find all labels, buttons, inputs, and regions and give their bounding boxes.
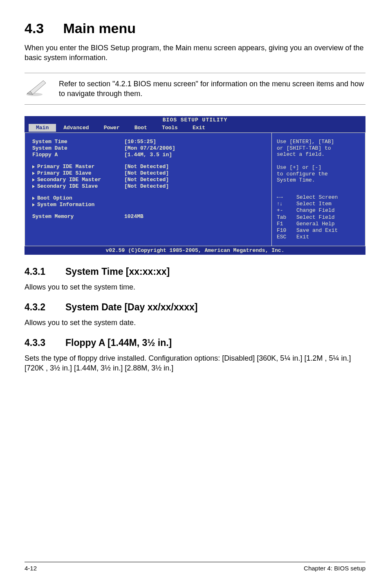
- chevron-right-icon: [32, 172, 35, 175]
- nav-f1-label: General Help: [296, 221, 335, 227]
- help-block-1: Use [ENTER], [TAB] or [SHIFT-TAB] to sel…: [277, 139, 360, 158]
- help-line: Use [+] or [-]: [277, 164, 360, 171]
- subsection-433-heading: 4.3.3 Floppy A [1.44M, 3½ in.]: [25, 337, 365, 348]
- bios-footer: v02.59 (C)Copyright 1985-2005, American …: [25, 246, 365, 255]
- nav-f10-label: Save and Exit: [296, 227, 338, 234]
- menu-power[interactable]: Power: [96, 124, 127, 132]
- value-system-date: [Mon 07/24/2006]: [124, 145, 175, 151]
- label-system-memory: System Memory: [32, 213, 124, 220]
- section-number: 4.3: [25, 20, 44, 36]
- row-system-information[interactable]: System Information: [32, 202, 266, 208]
- help-line: select a field.: [277, 151, 360, 158]
- page-number: 4-12: [25, 565, 37, 572]
- row-secondary-ide-master[interactable]: Secondary IDE Master [Not Detected]: [32, 177, 266, 183]
- pencil-icon: [25, 79, 47, 97]
- chapter-label: Chapter 4: BIOS setup: [304, 565, 365, 572]
- intro-paragraph: When you enter the BIOS Setup program, t…: [25, 43, 365, 63]
- bios-titlebar: BIOS SETUP UTILITY: [25, 116, 365, 124]
- label-system-date: System Date: [32, 145, 124, 151]
- chevron-right-icon: [32, 197, 35, 200]
- label-system-info: System Information: [37, 202, 94, 208]
- label-boot-option: Boot Option: [37, 195, 72, 201]
- bios-body: System Time [10:55:25] System Date [Mon …: [25, 132, 365, 246]
- row-secondary-ide-slave[interactable]: Secondary IDE Slave [Not Detected]: [32, 183, 266, 189]
- value-pim: [Not Detected]: [124, 164, 169, 170]
- menu-exit[interactable]: Exit: [185, 124, 213, 132]
- menu-advanced[interactable]: Advanced: [56, 124, 96, 132]
- bios-group-sub: Boot Option System Information: [32, 195, 266, 208]
- chevron-right-icon: [32, 203, 35, 206]
- nav-f10-key: F10: [277, 227, 294, 234]
- row-system-time[interactable]: System Time [10:55:25]: [32, 139, 266, 145]
- arrow-left-right-icon: ←→: [277, 194, 294, 201]
- label-floppy-a: Floppy A: [32, 152, 124, 158]
- row-primary-ide-slave[interactable]: Primary IDE Slave [Not Detected]: [32, 170, 266, 176]
- subsection-432-heading: 4.3.2 System Date [Day xx/xx/xxxx]: [25, 302, 365, 313]
- bios-help-pane: Use [ENTER], [TAB] or [SHIFT-TAB] to sel…: [271, 132, 365, 246]
- nav-tab-key: Tab: [277, 214, 294, 221]
- subsection-431-title: System Time [xx:xx:xx]: [65, 266, 170, 277]
- help-line: to configure the: [277, 171, 360, 177]
- help-block-2: Use [+] or [-] to configure the System T…: [277, 164, 360, 184]
- menu-main[interactable]: Main: [29, 124, 56, 132]
- nav-f1-key: F1: [277, 221, 294, 227]
- chevron-right-icon: [32, 178, 35, 182]
- bios-screen: BIOS SETUP UTILITY Main Advanced Power B…: [25, 116, 365, 254]
- value-floppy-a: [1.44M, 3.5 in]: [124, 152, 172, 158]
- menu-tools[interactable]: Tools: [155, 124, 185, 132]
- value-system-time: [10:55:25]: [124, 139, 156, 145]
- row-floppy-a[interactable]: Floppy A [1.44M, 3.5 in]: [32, 152, 266, 158]
- subsection-431-body: Allows you to set the system time.: [25, 282, 365, 292]
- note-callout: Refer to section "4.2.1 BIOS menu screen…: [25, 73, 365, 105]
- row-system-memory: System Memory 1024MB: [32, 213, 266, 220]
- row-primary-ide-master[interactable]: Primary IDE Master [Not Detected]: [32, 164, 266, 170]
- subsection-432-number: 4.3.2: [25, 302, 65, 313]
- subsection-431-heading: 4.3.1 System Time [xx:xx:xx]: [25, 266, 365, 277]
- label-pim: Primary IDE Master: [37, 164, 94, 170]
- nav-esc-key: ESC: [277, 234, 294, 240]
- nav-tab-label: Select Field: [296, 214, 335, 221]
- row-system-date[interactable]: System Date [Mon 07/24/2006]: [32, 145, 266, 151]
- page-footer: 4-12 Chapter 4: BIOS setup: [25, 562, 365, 572]
- subsection-431-number: 4.3.1: [25, 266, 65, 277]
- subsection-433-number: 4.3.3: [25, 337, 65, 348]
- bios-menubar: Main Advanced Power Boot Tools Exit: [25, 124, 365, 132]
- nav-ud-label: Select Item: [296, 201, 332, 207]
- value-sis: [Not Detected]: [124, 183, 169, 189]
- help-line: or [SHIFT-TAB] to: [277, 145, 360, 152]
- note-text: Refer to section "4.2.1 BIOS menu screen…: [59, 79, 365, 99]
- label-sis: Secondary IDE Slave: [37, 183, 98, 189]
- value-pis: [Not Detected]: [124, 170, 169, 176]
- help-line: System Time.: [277, 177, 360, 184]
- chevron-right-icon: [32, 185, 35, 188]
- label-sim: Secondary IDE Master: [37, 177, 101, 183]
- value-sim: [Not Detected]: [124, 177, 169, 183]
- section-title-text: Main menu: [63, 20, 136, 36]
- help-nav: ←→Select Screen ↑↓Select Item +-Change F…: [277, 194, 360, 241]
- bios-group-ide: Primary IDE Master [Not Detected] Primar…: [32, 164, 266, 189]
- chevron-right-icon: [32, 165, 35, 168]
- arrow-up-down-icon: ↑↓: [277, 201, 294, 207]
- label-pis: Primary IDE Slave: [37, 170, 92, 176]
- subsection-432-body: Allows you to set the system date.: [25, 318, 365, 328]
- help-line: Use [ENTER], [TAB]: [277, 139, 360, 145]
- subsection-433-title: Floppy A [1.44M, 3½ in.]: [65, 337, 172, 348]
- nav-pm-key: +-: [277, 207, 294, 214]
- menu-boot[interactable]: Boot: [127, 124, 155, 132]
- subsection-432-title: System Date [Day xx/xx/xxxx]: [65, 302, 197, 313]
- subsection-433-body: Sets the type of floppy drive installed.…: [25, 353, 365, 373]
- nav-lr-label: Select Screen: [296, 194, 338, 201]
- bios-group-top: System Time [10:55:25] System Date [Mon …: [32, 139, 266, 158]
- row-boot-option[interactable]: Boot Option: [32, 195, 266, 201]
- nav-pm-label: Change Field: [296, 207, 335, 214]
- bios-left-pane: System Time [10:55:25] System Date [Mon …: [25, 132, 271, 246]
- label-system-time: System Time: [32, 139, 124, 145]
- nav-esc-label: Exit: [296, 234, 309, 240]
- value-system-memory: 1024MB: [124, 213, 143, 220]
- section-heading: 4.3 Main menu: [25, 20, 365, 36]
